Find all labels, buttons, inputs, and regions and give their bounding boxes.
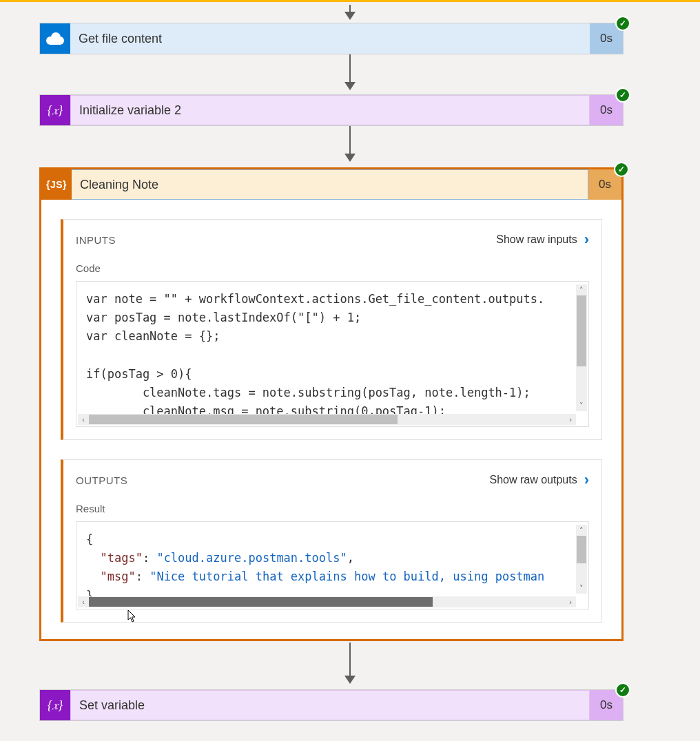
scroll-thumb[interactable] [577,295,586,366]
scroll-right-icon[interactable]: › [565,414,576,425]
chevron-right-icon: › [584,232,589,247]
inputs-panel: INPUTS Show raw inputs › Code var note =… [61,219,602,440]
scroll-thumb[interactable] [577,536,586,563]
step-set-variable[interactable]: {𝑥} Set variable 0s ✓ [39,689,624,721]
outputs-title: OUTPUTS [76,474,489,486]
scroll-down-icon[interactable]: ˅ [576,400,587,411]
variable-icon: {𝑥} [40,95,70,125]
success-check-icon: ✓ [614,162,629,177]
scroll-right-icon[interactable]: › [565,596,576,607]
show-raw-outputs-label: Show raw outputs [489,474,577,486]
result-output-box[interactable]: { "tags": "cloud.azure.postman.tools", "… [76,521,589,609]
vertical-scrollbar[interactable]: ˄ ˅ [576,284,587,411]
scroll-thumb[interactable] [89,415,398,424]
scroll-down-icon[interactable]: ˅ [576,583,587,594]
step-title: Set variable [70,690,590,720]
step-body: INPUTS Show raw inputs › Code var note =… [41,200,621,639]
show-raw-outputs-link[interactable]: Show raw outputs › [489,472,589,488]
js-icon: {JS} [41,169,72,200]
scroll-left-icon[interactable]: ‹ [78,414,89,425]
outputs-panel: OUTPUTS Show raw outputs › Result { "tag… [61,459,602,623]
scroll-up-icon[interactable]: ˄ [576,525,587,536]
inputs-subheading: Code [63,251,601,281]
step-get-file-content[interactable]: Get file content 0s ✓ [39,23,624,54]
step-title: Get file content [70,23,590,54]
success-check-icon: ✓ [615,682,630,698]
arrow-icon [349,5,351,19]
cloud-icon [40,23,70,54]
variable-icon: {𝑥} [40,690,70,720]
horizontal-scrollbar[interactable]: ‹ › [78,596,576,607]
outputs-subheading: Result [63,492,601,521]
step-title: Initialize variable 2 [70,95,590,125]
scroll-up-icon[interactable]: ˄ [576,284,587,295]
vertical-scrollbar[interactable]: ˄ ˅ [576,525,587,594]
step-cleaning-note[interactable]: {JS} Cleaning Note 0s ✓ INPUTS Show raw … [39,167,624,641]
json-result: { "tags": "cloud.azure.postman.tools", "… [76,522,588,605]
arrow-icon [349,54,351,89]
show-raw-inputs-link[interactable]: Show raw inputs › [496,232,589,247]
scroll-left-icon[interactable]: ‹ [78,596,89,607]
scroll-thumb[interactable] [89,597,433,607]
inputs-title: INPUTS [76,234,496,246]
code-input-box[interactable]: var note = "" + workflowContext.actions.… [76,281,589,427]
show-raw-inputs-label: Show raw inputs [496,233,577,246]
arrow-icon [349,126,351,160]
success-check-icon: ✓ [615,87,630,103]
flow-canvas: Get file content 0s ✓ {𝑥} Initialize var… [0,0,700,741]
horizontal-scrollbar[interactable]: ‹ › [78,414,576,425]
success-check-icon: ✓ [615,16,630,31]
step-initialize-variable[interactable]: {𝑥} Initialize variable 2 0s ✓ [39,94,624,126]
chevron-right-icon: › [584,472,589,488]
arrow-icon [349,643,351,682]
code-text: var note = "" + workflowContext.actions.… [76,282,588,421]
step-title: Cleaning Note [72,169,588,200]
